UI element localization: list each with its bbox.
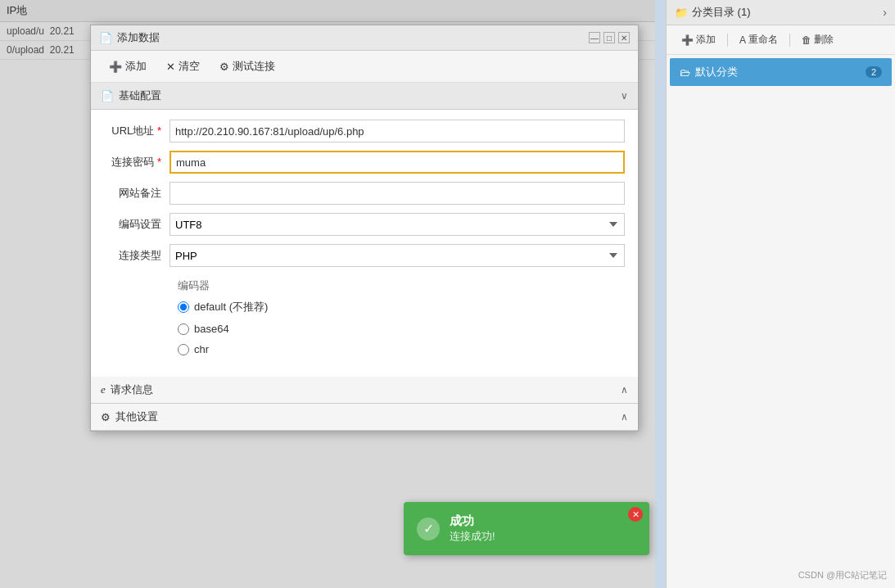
- type-select[interactable]: PHP ASP ASPX JSP: [170, 244, 625, 267]
- other-settings-section-header[interactable]: ⚙ 其他设置 ∧: [91, 404, 638, 431]
- rename-category-button[interactable]: A 重命名: [733, 30, 784, 49]
- rename-category-label: 重命名: [748, 33, 778, 47]
- success-toast: ✓ 成功 连接成功! ✕: [404, 502, 649, 555]
- add-data-modal: 📄 添加数据 — □ ✕ ➕ 添加 ✕ 清空 ⚙ 测试连接 📄 基础配置: [90, 25, 639, 432]
- modal-minimize-button[interactable]: —: [589, 32, 600, 43]
- note-label: 网站备注: [104, 186, 170, 201]
- right-panel-title: 📁 分类目录 (1): [675, 5, 751, 20]
- password-label: 连接密码 *: [104, 155, 170, 170]
- delete-category-label: 删除: [814, 33, 834, 47]
- password-row: 连接密码 *: [104, 151, 625, 174]
- add-category-label: 添加: [696, 33, 716, 47]
- modal-title-text: 添加数据: [117, 30, 160, 45]
- modal-clear-button[interactable]: ✕ 清空: [156, 56, 210, 77]
- right-panel: 📁 分类目录 (1) › ➕ 添加 A 重命名 🗑 删除 🗁 默认分类 2: [666, 0, 895, 588]
- toast-message: 连接成功!: [450, 529, 495, 544]
- modal-toolbar: ➕ 添加 ✕ 清空 ⚙ 测试连接: [91, 51, 638, 83]
- toast-content: 成功 连接成功!: [450, 513, 495, 544]
- note-input[interactable]: [170, 182, 625, 205]
- modal-controls: — □ ✕: [589, 32, 630, 43]
- encoder-chr-radio[interactable]: [178, 344, 189, 355]
- encoding-select[interactable]: UTF8 GBK GB2312 BIG5: [170, 213, 625, 236]
- right-panel-title-text: 分类目录 (1): [692, 5, 751, 20]
- request-info-label: 请求信息: [111, 382, 153, 397]
- other-settings-icon: ⚙: [101, 411, 111, 423]
- modal-close-button[interactable]: ✕: [618, 32, 630, 43]
- basic-config-label: 基础配置: [119, 88, 161, 103]
- basic-config-section-header[interactable]: 📄 基础配置 ∨: [91, 83, 638, 110]
- encoder-default-label: default (不推荐): [194, 300, 268, 314]
- password-required: *: [157, 156, 161, 168]
- encoder-chr-option[interactable]: chr: [178, 343, 625, 355]
- modal-clear-label: 清空: [179, 59, 200, 74]
- toolbar-separator: [727, 34, 728, 47]
- password-input[interactable]: [170, 151, 625, 174]
- folder-icon: 📁: [675, 7, 688, 19]
- delete-category-button[interactable]: 🗑 删除: [795, 30, 840, 49]
- modal-restore-button[interactable]: □: [603, 32, 615, 43]
- encoder-default-option[interactable]: default (不推荐): [178, 300, 625, 314]
- rename-icon: A: [739, 34, 746, 46]
- watermark: CSDN @用C站记笔记: [798, 569, 887, 581]
- category-item-label: 🗁 默认分类: [680, 65, 738, 79]
- toast-title: 成功: [450, 513, 495, 529]
- url-label: URL地址 *: [104, 124, 170, 138]
- modal-clear-icon: ✕: [166, 61, 175, 73]
- toolbar-separator-2: [789, 34, 790, 47]
- encoding-label: 编码设置: [104, 217, 170, 232]
- modal-test-label: 测试连接: [233, 59, 275, 74]
- delete-icon: 🗑: [802, 34, 811, 46]
- type-label: 连接类型: [104, 248, 170, 263]
- right-panel-header: 📁 分类目录 (1) ›: [667, 0, 895, 25]
- modal-title: 📄 添加数据: [99, 30, 160, 45]
- other-settings-label: 其他设置: [115, 409, 158, 424]
- right-panel-expand-icon[interactable]: ›: [883, 6, 887, 19]
- toast-check-icon: ✓: [417, 518, 440, 541]
- encoder-title: 编码器: [178, 278, 625, 293]
- other-settings-chevron: ∧: [621, 411, 628, 423]
- toast-close-button[interactable]: ✕: [628, 507, 643, 522]
- encoder-base64-label: base64: [194, 323, 229, 335]
- request-info-section-title: e 请求信息: [101, 382, 153, 397]
- modal-body: 📄 基础配置 ∨ URL地址 * 连接密码 *: [91, 83, 638, 431]
- request-info-icon: e: [101, 383, 106, 396]
- modal-title-icon: 📄: [99, 32, 112, 44]
- category-folder-icon: 🗁: [680, 66, 690, 79]
- basic-config-icon: 📄: [101, 90, 114, 102]
- category-item-default[interactable]: 🗁 默认分类 2: [670, 58, 892, 86]
- request-info-section-header[interactable]: e 请求信息 ∧: [91, 377, 638, 404]
- note-row: 网站备注: [104, 182, 625, 205]
- modal-add-label: 添加: [125, 59, 147, 74]
- url-required: *: [157, 124, 161, 137]
- modal-add-button[interactable]: ➕ 添加: [99, 56, 156, 77]
- encoder-base64-radio[interactable]: [178, 323, 189, 335]
- encoder-chr-label: chr: [194, 343, 209, 355]
- modal-titlebar: 📄 添加数据 — □ ✕: [91, 25, 638, 51]
- request-info-chevron: ∧: [621, 384, 628, 396]
- add-icon: ➕: [681, 34, 694, 46]
- modal-test-button[interactable]: ⚙ 测试连接: [210, 56, 285, 77]
- right-panel-toolbar: ➕ 添加 A 重命名 🗑 删除: [667, 25, 895, 55]
- category-badge: 2: [866, 66, 882, 78]
- encoding-row: 编码设置 UTF8 GBK GB2312 BIG5: [104, 213, 625, 236]
- other-settings-section-title: ⚙ 其他设置: [101, 409, 158, 424]
- encoder-group: 编码器 default (不推荐) base64 chr: [178, 275, 625, 367]
- url-row: URL地址 *: [104, 120, 625, 142]
- add-category-button[interactable]: ➕ 添加: [675, 30, 722, 49]
- encoder-base64-option[interactable]: base64: [178, 323, 625, 335]
- basic-config-section-title: 📄 基础配置: [101, 88, 161, 103]
- category-item-text: 默认分类: [695, 65, 738, 79]
- basic-config-form: URL地址 * 连接密码 * 网站备注: [91, 110, 638, 377]
- basic-config-chevron: ∨: [621, 90, 628, 102]
- encoder-default-radio[interactable]: [178, 301, 189, 313]
- url-input[interactable]: [170, 120, 625, 142]
- modal-add-icon: ➕: [109, 61, 122, 73]
- type-row: 连接类型 PHP ASP ASPX JSP: [104, 244, 625, 267]
- modal-test-icon: ⚙: [219, 61, 229, 73]
